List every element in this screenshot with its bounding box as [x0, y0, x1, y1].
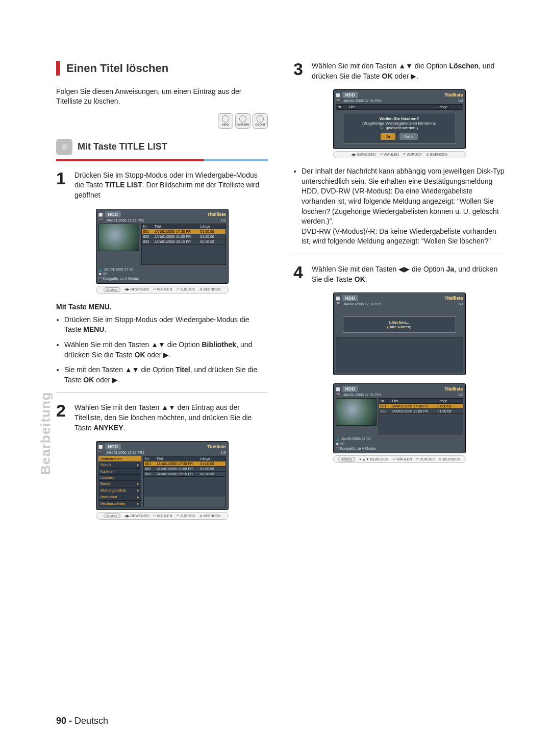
- hdd-icon: ▦: [98, 444, 103, 449]
- menu-bullets: Drücken Sie im Stopp-Modus oder Wiederga…: [56, 315, 268, 385]
- subsection-header: ⎚ Mit Taste TITLE LIST: [56, 139, 268, 155]
- section-accent-bar: [56, 61, 60, 76]
- osd-title-list-after: ▦ HDD Titelliste 🎬JAN/01/2006 17:30 PR11…: [333, 383, 466, 463]
- step-3-number: 3: [293, 61, 307, 77]
- page-language: Deutsch: [74, 716, 108, 726]
- disc-icon-hdd: HDD: [218, 113, 233, 129]
- disc-icon-dvdrw: DVD-RW: [235, 113, 251, 129]
- step-1: 1 Drücken Sie im Stopp-Modus oder im Wie…: [56, 170, 268, 201]
- section-title: Einen Titel löschen: [66, 62, 168, 75]
- step3-note: Der Inhalt der Nachricht kann abhängig v…: [293, 166, 505, 247]
- osd-context-list: Umbenennen Schutz▸ Kopieren Löschen Bear…: [98, 456, 141, 507]
- disc-icon-dvdr: DVD-R: [253, 113, 268, 129]
- osd-delete-confirm: ▦ HDD Titelliste 🎬JAN/01/2006 17:30 PR11…: [333, 89, 466, 158]
- step-2-number: 2: [56, 403, 69, 419]
- osd-title-list: ▦ HDD Titelliste 🎬JAN/01/2006 17:30 PR11…: [96, 209, 229, 294]
- step-1-number: 1: [56, 170, 69, 186]
- hdd-icon: ▦: [98, 212, 103, 217]
- page-number: 90 -: [56, 716, 72, 726]
- hdd-icon: ▦: [336, 386, 340, 392]
- step-2: 2 Wählen Sie mit den Tasten ▲▼ den Eintr…: [56, 403, 268, 433]
- step-3: 3 Wählen Sie mit den Tasten ▲▼ die Optio…: [293, 61, 505, 81]
- intro-text: Folgen Sie diesen Anweisungen, um einen …: [56, 87, 268, 106]
- subsection-rule: [56, 159, 268, 161]
- divider: [56, 392, 268, 393]
- osd-confirm-modal: Wollen Sie löschen? (Zugehörige Wiederga…: [343, 113, 456, 143]
- remote-icon: ⎚: [56, 139, 72, 155]
- osd-progress-modal: Löschen... (Bitte warten): [343, 316, 456, 333]
- osd-thumbnail: [336, 398, 377, 426]
- osd-context-menu: ▦ HDD Titelliste 🎬JAN/01/2006 17:30 PR11…: [96, 441, 229, 520]
- hdd-icon: ▦: [336, 296, 340, 301]
- osd-thumbnail: [98, 224, 139, 251]
- osd-confirm-no: Nein: [399, 133, 418, 140]
- subsection-title: Mit Taste TITLE LIST: [78, 141, 167, 152]
- disc-icons: HDD DVD-RW DVD-R: [56, 113, 268, 129]
- step-4-number: 4: [293, 264, 307, 280]
- section-header: Einen Titel löschen: [56, 61, 268, 76]
- page-footer: 90 - Deutsch: [56, 716, 108, 726]
- hdd-icon: ▦: [336, 92, 340, 97]
- step-4: 4 Wählen Sie mit den Tasten ◀▶ die Optio…: [293, 264, 505, 284]
- osd-confirm-yes: Ja: [381, 133, 395, 140]
- divider: [293, 254, 505, 254]
- osd-delete-progress: ▦ HDD Titelliste 🎬JAN/01/2006 17:30 PR11…: [333, 292, 466, 375]
- side-tab-label: Bearbeitung: [38, 392, 54, 475]
- menu-heading: Mit Taste MENU.: [56, 303, 268, 311]
